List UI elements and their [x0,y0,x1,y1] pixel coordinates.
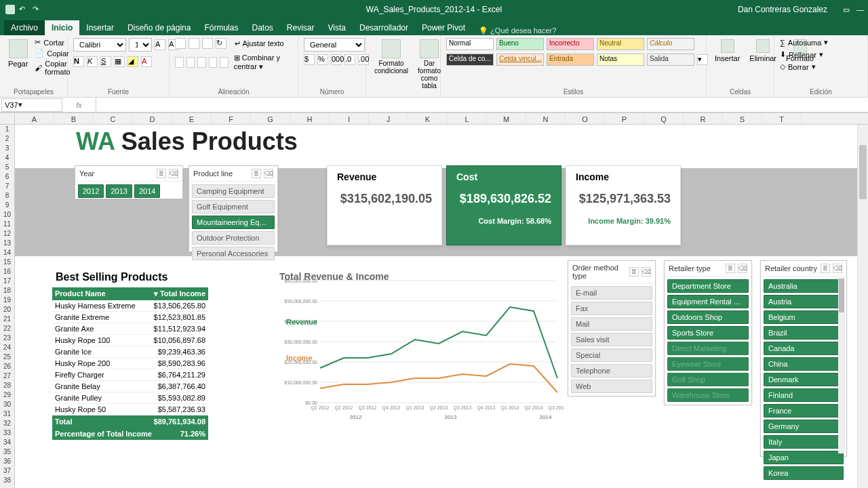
slicer-item[interactable]: Japan [764,451,844,464]
align-bot-icon[interactable] [202,38,213,49]
align-center-icon[interactable] [186,57,195,68]
row-header[interactable]: 15 [0,258,14,267]
col-header[interactable]: E [172,113,212,124]
clear-filter-icon[interactable]: ⌫ [738,264,747,273]
tab-desarrollador[interactable]: Desarrollador [353,20,415,35]
row-header[interactable]: 16 [0,267,14,277]
col-header[interactable]: C [94,113,133,124]
row-header[interactable]: 13 [0,239,14,248]
tab-diseno[interactable]: Diseño de página [121,20,197,35]
percent-icon[interactable]: % [317,54,328,65]
slicer-item[interactable]: Special [571,348,652,362]
col-header[interactable]: O [566,113,605,124]
row-header[interactable]: 11 [0,220,14,229]
slicer-item[interactable]: France [764,404,844,418]
tab-formulas[interactable]: Fórmulas [197,20,245,35]
slicer-item[interactable]: Belgium [764,310,844,324]
align-mid-icon[interactable] [189,38,199,49]
slicer-item[interactable]: Italy [764,435,844,449]
currency-icon[interactable]: $ [304,54,315,65]
tab-datos[interactable]: Datos [245,20,279,35]
fx-icon[interactable]: fx [62,98,96,112]
col-header[interactable]: I [330,113,369,124]
row-header[interactable]: 21 [0,314,14,324]
style-salida[interactable]: Salida [647,54,694,66]
slicer-item[interactable]: Camping Equipment [192,184,275,198]
format-painter-button[interactable]: 🖌 Copiar formato [35,60,70,76]
row-header[interactable]: 23 [0,333,14,343]
col-header[interactable]: M [487,113,526,124]
slicer-item[interactable]: Fax [571,302,652,315]
slicer-item[interactable]: Korea [764,466,844,480]
row-header[interactable]: 35 [0,447,14,457]
slicer-item[interactable]: Mail [571,317,652,331]
format-as-table-button[interactable]: Dar formato como tabla [415,38,443,91]
indent-dec-icon[interactable] [209,57,218,68]
wrap-text-button[interactable]: ↵ Ajustar texto [235,39,284,48]
slicer-item[interactable]: Outdoor Protection [192,231,275,245]
slicer-item[interactable]: Canada [764,342,844,355]
style-notas[interactable]: Notas [597,54,644,66]
multiselect-icon[interactable]: ≣ [726,264,735,273]
slicer-item[interactable]: Department Store [667,279,749,293]
multiselect-icon[interactable]: ≣ [629,267,639,277]
slicer-item[interactable]: E-mail [571,286,652,300]
bold-button[interactable]: N [73,56,84,67]
row-header[interactable]: 34 [0,438,14,447]
slicer-item[interactable]: China [764,357,844,371]
comma-icon[interactable]: 000 [331,54,342,65]
font-size[interactable]: 11 [129,38,152,52]
formula-input[interactable] [96,98,868,112]
slicer-item[interactable]: Mountaineering Equip... [192,216,275,229]
undo-icon[interactable]: ↶ [19,5,28,14]
slicer-item[interactable]: Eyewear Store [667,357,749,371]
row-header[interactable]: 17 [0,277,14,286]
slicer-item[interactable]: Warehouse Store [667,388,749,402]
ribbon-options-icon[interactable]: ▭ [843,5,850,14]
col-header[interactable]: P [605,113,644,124]
clear-filter-icon[interactable]: ⌫ [642,267,651,277]
row-header[interactable]: 30 [0,400,14,409]
style-celda-vinculada[interactable]: Celda vincul... [496,54,544,66]
row-header[interactable]: 7 [0,182,14,191]
col-header[interactable]: G [251,113,290,124]
font-name[interactable]: Calibri [73,38,126,52]
slicer-item[interactable]: Web [571,380,652,393]
row-header[interactable]: 27 [0,371,14,381]
align-right-icon[interactable] [197,57,206,68]
slicer-item[interactable]: Golf Shop [667,373,749,386]
conditional-format-button[interactable]: Formato condicional [372,38,411,76]
row-header[interactable]: 12 [0,229,14,239]
tab-file[interactable]: Archivo [4,20,45,35]
row-header[interactable]: 20 [0,305,14,314]
vertical-scrollbar[interactable] [857,125,868,488]
paste-button[interactable]: Pegar [5,38,31,69]
tell-me[interactable]: ¿Qué desea hacer? [479,26,556,35]
number-format[interactable]: General [304,38,365,52]
indent-inc-icon[interactable] [220,57,229,68]
multiselect-icon[interactable]: ≣ [821,264,830,273]
slicer-item[interactable]: Denmark [764,373,844,386]
slicer-scrollbar[interactable] [838,277,845,453]
style-normal[interactable]: Normal [446,38,494,50]
row-header[interactable]: 28 [0,381,14,390]
col-header[interactable]: N [526,113,566,124]
col-header[interactable]: T [762,113,802,124]
row-header[interactable]: 8 [0,191,14,201]
slicer-item[interactable]: Equipment Rental Store [667,295,749,308]
clear-filter-icon[interactable]: ⌫ [264,169,273,178]
row-header[interactable]: 9 [0,201,14,210]
col-header[interactable]: D [133,113,172,124]
row-header[interactable]: 18 [0,286,14,296]
row-header[interactable]: 25 [0,352,14,362]
slicer-item[interactable]: Outdoors Shop [667,310,749,324]
tab-revisar[interactable]: Revisar [280,20,321,35]
underline-button[interactable]: S [100,56,111,67]
increase-font-icon[interactable]: A [155,39,165,50]
row-header[interactable]: 31 [0,409,14,419]
align-top-icon[interactable] [175,38,186,49]
insert-cells-button[interactable]: Insertar [712,38,743,64]
clear-filter-icon[interactable]: ⌫ [833,264,842,273]
clear-filter-icon[interactable]: ⌫ [169,169,178,178]
style-celda-comprob[interactable]: Celda de co... [446,54,494,66]
